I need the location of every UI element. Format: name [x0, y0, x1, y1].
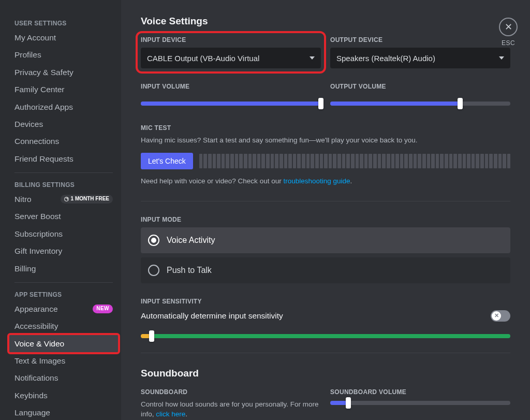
sidebar-item-my-account[interactable]: My Account: [9, 29, 118, 46]
auto-sensitivity-toggle[interactable]: ✕: [491, 310, 510, 322]
sidebar-item-authorized-apps[interactable]: Authorized Apps: [9, 98, 118, 115]
sidebar-item-voice-video[interactable]: Voice & Video: [9, 335, 118, 352]
output-device-value: Speakers (Realtek(R) Audio): [336, 54, 435, 63]
main-content: ✕ ESC Voice Settings INPUT DEVICE CABLE …: [121, 0, 530, 420]
radio-push-to-talk[interactable]: Push to Talk: [141, 257, 510, 283]
divider: [14, 172, 113, 173]
sidebar-item-connections[interactable]: Connections: [9, 133, 118, 150]
section-header-user: USER SETTINGS: [9, 17, 118, 29]
radio-icon: [148, 235, 159, 246]
output-volume-label: OUTPUT VOLUME: [330, 83, 510, 90]
input-mode-label: INPUT MODE: [141, 216, 510, 223]
soundboard-volume-slider[interactable]: [330, 401, 510, 405]
sidebar-item-profiles[interactable]: Profiles: [9, 46, 118, 63]
auto-sensitivity-label: Automatically determine input sensitivit…: [141, 311, 283, 321]
input-volume-label: INPUT VOLUME: [141, 83, 321, 90]
sidebar-item-subscriptions[interactable]: Subscriptions: [9, 225, 118, 242]
output-device-select[interactable]: Speakers (Realtek(R) Audio): [330, 48, 510, 68]
nitro-badge: 1 MONTH FREE: [61, 195, 113, 204]
sidebar-item-text-images[interactable]: Text & Images: [9, 352, 118, 369]
lets-check-button[interactable]: Let's Check: [141, 153, 193, 169]
sidebar-item-nitro[interactable]: Nitro 1 MONTH FREE: [9, 191, 118, 208]
input-volume-slider[interactable]: [141, 102, 321, 106]
sidebar-item-server-boost[interactable]: Server Boost: [9, 208, 118, 225]
settings-sidebar: USER SETTINGS My Account Profiles Privac…: [0, 0, 121, 420]
sidebar-item-keybinds[interactable]: Keybinds: [9, 387, 118, 404]
output-device-label: OUTPUT DEVICE: [330, 36, 510, 44]
sidebar-item-gift-inventory[interactable]: Gift Inventory: [9, 242, 118, 259]
soundboard-volume-label: SOUNDBOARD VOLUME: [330, 388, 510, 396]
sidebar-item-friend-requests[interactable]: Friend Requests: [9, 150, 118, 167]
help-text: Need help with voice or video? Check out…: [141, 177, 510, 186]
chevron-down-icon: [499, 56, 504, 60]
mic-test-desc: Having mic issues? Start a test and say …: [141, 136, 510, 146]
page-title: Voice Settings: [141, 16, 510, 27]
input-device-value: CABLE Output (VB-Audio Virtual: [147, 54, 259, 63]
sidebar-item-privacy-safety[interactable]: Privacy & Safety: [9, 64, 118, 81]
sidebar-item-devices[interactable]: Devices: [9, 115, 118, 133]
divider: [141, 201, 510, 201]
sidebar-item-billing[interactable]: Billing: [9, 260, 118, 277]
soundboard-label: SOUNDBOARD: [141, 388, 321, 396]
soundboard-link[interactable]: click here: [156, 410, 185, 418]
esc-label: ESC: [499, 39, 518, 47]
vu-meter: [199, 154, 510, 168]
soundboard-desc: Control how loud sounds are for you pers…: [141, 400, 321, 419]
close-icon: ✕: [505, 22, 512, 32]
radio-voice-activity[interactable]: Voice Activity: [141, 227, 510, 253]
close-button[interactable]: ✕: [499, 18, 518, 36]
radio-label: Push to Talk: [167, 266, 212, 275]
sidebar-item-family-center[interactable]: Family Center: [9, 81, 118, 98]
sidebar-item-accessibility[interactable]: Accessibility: [9, 317, 118, 335]
sensitivity-slider[interactable]: [141, 334, 510, 338]
new-badge: NEW: [93, 305, 113, 313]
clock-icon: [64, 197, 69, 201]
soundboard-title: Soundboard: [141, 368, 510, 379]
input-device-select[interactable]: CABLE Output (VB-Audio Virtual: [141, 48, 321, 68]
mic-test-label: MIC TEST: [141, 124, 510, 132]
section-header-app: APP SETTINGS: [9, 288, 118, 300]
input-device-label: INPUT DEVICE: [141, 36, 321, 44]
sidebar-item-language[interactable]: Language: [9, 404, 118, 420]
input-sensitivity-label: INPUT SENSITIVITY: [141, 298, 510, 305]
divider: [14, 282, 113, 283]
x-icon: ✕: [494, 312, 499, 319]
troubleshooting-link[interactable]: troubleshooting guide: [283, 177, 350, 185]
radio-label: Voice Activity: [167, 236, 215, 245]
sidebar-item-notifications[interactable]: Notifications: [9, 369, 118, 386]
output-volume-slider[interactable]: [330, 102, 510, 106]
divider: [141, 353, 510, 353]
section-header-billing: BILLING SETTINGS: [9, 178, 118, 191]
chevron-down-icon: [310, 56, 315, 60]
close-area: ✕ ESC: [499, 18, 518, 47]
radio-icon: [148, 265, 159, 276]
sidebar-item-appearance[interactable]: Appearance NEW: [9, 300, 118, 317]
